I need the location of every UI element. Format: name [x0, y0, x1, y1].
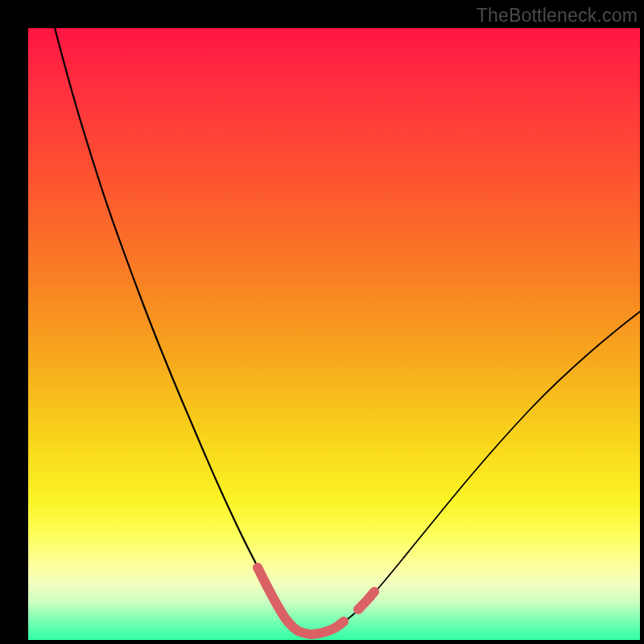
- curve-svg: [28, 28, 640, 640]
- marker-segment-0: [258, 568, 310, 634]
- watermark-label: TheBottleneck.com: [477, 5, 638, 27]
- left-curve: [53, 22, 310, 634]
- bottom-markers: [258, 568, 374, 634]
- marker-segment-2: [358, 592, 374, 609]
- plot-area: [28, 28, 640, 640]
- right-curve: [310, 312, 640, 634]
- chart-frame: TheBottleneck.com: [0, 0, 644, 644]
- marker-segment-1: [312, 621, 344, 634]
